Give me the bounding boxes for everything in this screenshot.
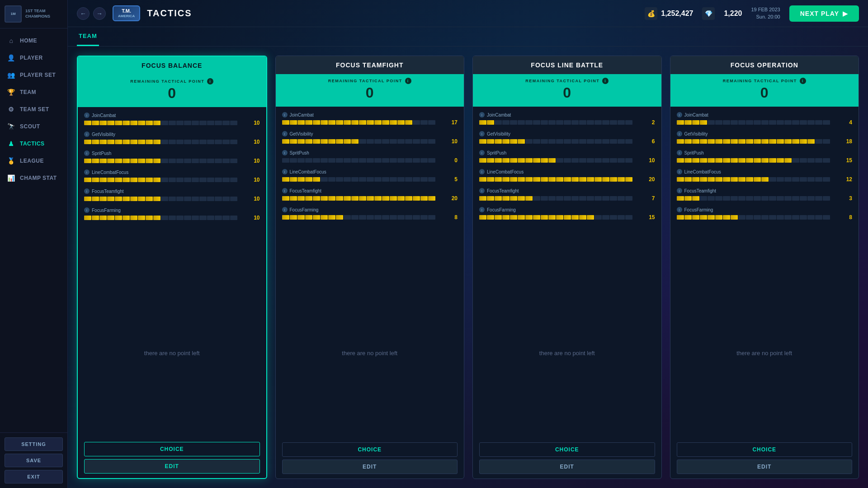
sidebar-item-player[interactable]: 👤 PLAYER [0, 49, 67, 66]
bar-track [479, 157, 642, 164]
bar-segment [715, 196, 722, 201]
bar-segment [700, 196, 707, 201]
sidebar-item-scout[interactable]: 🔭 SCOUT [0, 118, 67, 135]
edit-button[interactable]: EDIT [479, 460, 655, 474]
bar-segment [684, 177, 692, 182]
info-icon[interactable]: i [479, 131, 485, 136]
setting-button[interactable]: SETTING [5, 437, 63, 451]
exit-button[interactable]: EXIT [5, 470, 63, 483]
choice-button[interactable]: CHOICE [282, 442, 458, 457]
info-icon[interactable]: i [84, 169, 90, 175]
bar-segment [495, 177, 502, 182]
info-icon[interactable]: i [479, 150, 485, 155]
bar-segment [556, 158, 563, 163]
sidebar-item-league[interactable]: 🥇 LEAGUE [0, 152, 67, 169]
edit-button[interactable]: EDIT [84, 459, 260, 474]
bar-segment [207, 216, 214, 220]
remaining-info-icon[interactable]: i [207, 78, 213, 84]
bar-segment [367, 158, 374, 163]
remaining-info-icon[interactable]: i [800, 78, 806, 84]
sidebar-item-player-set[interactable]: 👥 PLAYER SET [0, 66, 67, 84]
info-icon[interactable]: i [479, 112, 485, 117]
bar-segment [495, 120, 502, 125]
info-icon[interactable]: i [677, 207, 682, 212]
bar-row: 15 [479, 214, 655, 221]
bar-segment [413, 120, 420, 125]
bar-value: 12 [843, 176, 852, 183]
sidebar-item-label: PLAYER SET [20, 72, 56, 78]
bar-track [282, 214, 445, 221]
info-icon[interactable]: i [677, 131, 682, 136]
bar-segment [222, 178, 230, 182]
bar-segment [548, 120, 556, 125]
stat-name: LineCombatFocus [290, 169, 326, 174]
gem-icon: 💎 [702, 7, 715, 20]
tm-line1: T.M. [118, 8, 135, 14]
info-icon[interactable]: i [677, 169, 682, 174]
info-icon[interactable]: i [282, 207, 288, 212]
sidebar-item-tactics[interactable]: ♟ TACTICS [0, 135, 67, 152]
info-icon[interactable]: i [84, 188, 90, 194]
info-icon[interactable]: i [282, 112, 288, 117]
info-icon[interactable]: i [479, 169, 485, 174]
info-icon[interactable]: i [282, 188, 288, 193]
bar-segment [800, 120, 807, 125]
info-icon[interactable]: i [677, 150, 682, 155]
bar-segment [84, 121, 91, 125]
stat-row: i JoinCambat 10 [84, 113, 260, 126]
bar-segment [723, 120, 730, 125]
stat-row: i JoinCambat 4 [677, 112, 853, 126]
bar-segment [305, 158, 312, 163]
bar-segment [761, 120, 769, 125]
choice-button[interactable]: CHOICE [677, 442, 853, 457]
bar-segment [374, 120, 382, 125]
sidebar-item-team-set[interactable]: ⚙ TEAM SET [0, 101, 67, 118]
bar-segment [708, 139, 715, 144]
info-icon[interactable]: i [479, 207, 485, 212]
tab-team[interactable]: TEAM [77, 27, 99, 46]
sidebar-item-champ-stat[interactable]: 📊 CHAMP STAT [0, 169, 67, 187]
bar-row: 10 [84, 139, 260, 145]
bar-segment [359, 158, 366, 163]
info-icon[interactable]: i [677, 112, 682, 117]
info-icon[interactable]: i [84, 131, 90, 137]
remaining-info-icon[interactable]: i [405, 78, 411, 84]
bar-segment [176, 121, 184, 125]
sidebar-item-label: HOME [20, 38, 37, 44]
sidebar-item-team[interactable]: 🏆 TEAM [0, 84, 67, 101]
edit-button[interactable]: EDIT [677, 460, 853, 474]
info-icon[interactable]: i [84, 150, 90, 156]
bar-segment [731, 215, 738, 220]
remaining-info-icon[interactable]: i [602, 78, 609, 84]
save-button[interactable]: SAVE [5, 454, 63, 467]
info-icon[interactable]: i [84, 113, 90, 118]
bar-segment [525, 215, 533, 220]
bar-segment [146, 197, 153, 201]
bar-segment [115, 178, 122, 182]
bar-track [479, 138, 642, 145]
info-icon[interactable]: i [282, 169, 288, 174]
forward-button[interactable]: → [93, 7, 106, 20]
choice-button[interactable]: CHOICE [479, 442, 655, 457]
bar-segment [390, 215, 397, 220]
stat-row: i LineCombatFocus 10 [84, 169, 260, 183]
info-icon[interactable]: i [479, 188, 485, 193]
bar-segment [344, 177, 351, 182]
info-icon[interactable]: i [282, 150, 288, 155]
next-play-button[interactable]: NEXT PLAY ▶ [789, 5, 859, 22]
bar-segment [130, 216, 137, 220]
edit-button[interactable]: EDIT [282, 460, 458, 474]
player-set-icon: 👥 [7, 71, 15, 79]
stat-label: i JoinCambat [479, 112, 655, 117]
bar-segment [518, 215, 525, 220]
info-icon[interactable]: i [282, 131, 288, 136]
bar-segment [169, 159, 176, 163]
stat-row: i LineCombatFocus 5 [282, 169, 458, 183]
info-icon[interactable]: i [677, 188, 682, 193]
bar-segment [700, 120, 707, 125]
info-icon[interactable]: i [84, 207, 90, 213]
bar-segment [510, 177, 517, 182]
sidebar-item-home[interactable]: ⌂ HOME [0, 32, 67, 49]
choice-button[interactable]: CHOICE [84, 442, 260, 456]
back-button[interactable]: ← [77, 7, 90, 20]
